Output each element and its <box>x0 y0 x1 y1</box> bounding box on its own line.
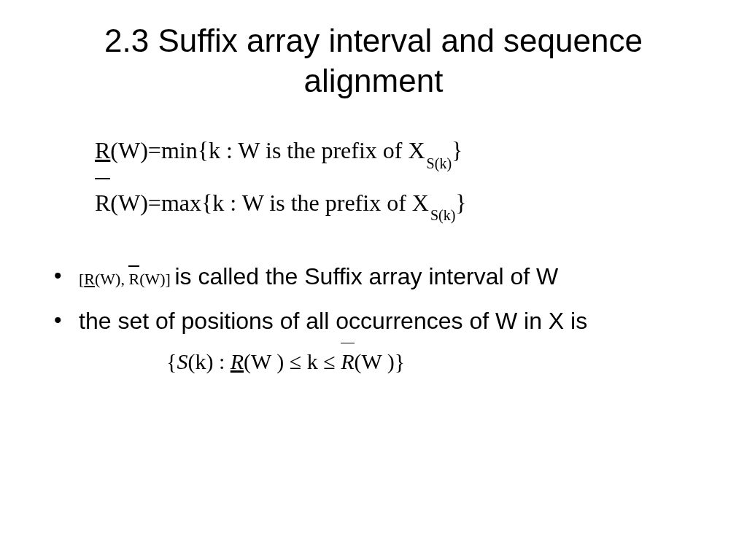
w-close: (W ) <box>355 349 395 373</box>
eq-rest-b: } <box>452 130 462 172</box>
equation-r-max: R (W) = max {k : W is the prefix of X S(… <box>95 182 703 225</box>
bullet-positions: the set of positions of all occurrences … <box>44 305 703 377</box>
bullet-text: is called the Suffix array interval of W <box>174 263 558 289</box>
bullet-text: the set of positions of all occurrences … <box>79 308 587 334</box>
eq-op-min: min <box>161 130 198 172</box>
r-overline: R <box>95 182 110 225</box>
eq-rest-a: {k : W is the prefix of X <box>198 130 425 172</box>
r-over-set: R <box>341 346 354 377</box>
interval-notation: [R(W), R(W)] <box>79 270 174 288</box>
eq-rest-a: {k : W is the prefix of X <box>201 182 429 225</box>
r-underline-small: R <box>84 270 95 288</box>
eq-op-max: max <box>161 182 201 225</box>
eq-equals: = <box>148 182 161 225</box>
eq-equals: = <box>148 130 161 172</box>
brace-close: } <box>395 349 405 373</box>
slide-title: 2.3 Suffix array interval and sequence a… <box>44 20 703 101</box>
w-ineq: (W ) ≤ k ≤ <box>244 349 341 373</box>
eq-subscript: S(k) <box>430 202 455 228</box>
k-paren: (k) : <box>187 349 230 373</box>
eq-rest-b: } <box>455 182 466 225</box>
bullet-interval: [R(W), R(W)] is called the Suffix array … <box>44 260 703 293</box>
S-letter: S <box>177 349 187 373</box>
eq-subscript: S(k) <box>427 150 452 176</box>
set-expression: {S(k) : R(W ) ≤ k ≤ R(W )} <box>79 346 703 377</box>
eq-w: (W) <box>110 182 148 225</box>
r-overline-small: R <box>128 268 139 291</box>
r-under-set: R <box>231 349 244 373</box>
equation-r-min: R (W) = min {k : W is the prefix of X S(… <box>95 130 703 172</box>
brace-open: { <box>166 349 177 373</box>
r-underline: R <box>95 130 110 172</box>
w-paren: (W), <box>95 270 125 288</box>
bullet-list: [R(W), R(W)] is called the Suffix array … <box>44 260 703 377</box>
w-paren-close: (W)] <box>139 270 171 288</box>
slide-content: 2.3 Suffix array interval and sequence a… <box>0 0 747 560</box>
equation-block: R (W) = min {k : W is the prefix of X S(… <box>44 130 703 224</box>
eq-w: (W) <box>110 130 148 172</box>
